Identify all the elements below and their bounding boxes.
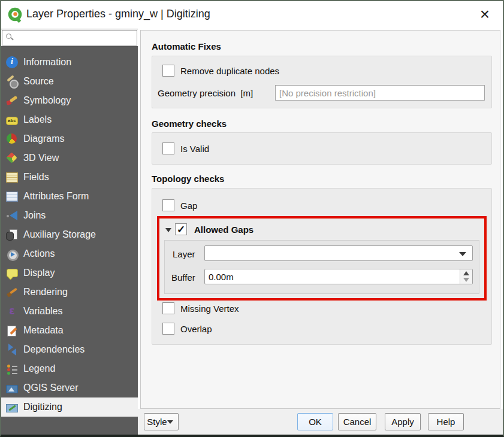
apply-button[interactable]: Apply: [385, 413, 421, 430]
dependencies-icon: [6, 344, 18, 356]
allowed-gaps-subframe: Layer Buffer: [164, 240, 479, 294]
overlap-label: Overlap: [180, 324, 212, 334]
information-icon: [6, 56, 18, 68]
buffer-spinbox: [204, 269, 473, 284]
digitizing-panel: Automatic Fixes Remove duplicate nodes G…: [140, 30, 500, 409]
digitizing-icon: [6, 404, 18, 412]
allowed-gaps-highlight: ✓ Allowed Gaps Layer Buffer: [157, 216, 487, 301]
geometry-checks-group: Is Valid: [152, 132, 492, 165]
qgis-server-icon: [6, 385, 18, 393]
sidebar-item-source[interactable]: Source: [1, 72, 138, 91]
remove-duplicate-nodes-checkbox[interactable]: [162, 65, 174, 77]
window-title: Layer Properties - gminy_w | Digitizing: [26, 8, 210, 20]
missing-vertex-checkbox[interactable]: [162, 302, 174, 314]
cancel-button[interactable]: Cancel: [338, 413, 376, 430]
sidebar-list: Information Source Symbology Labels Diag…: [1, 53, 138, 417]
actions-icon: [6, 248, 18, 260]
auxiliary-storage-icon: [6, 229, 18, 241]
gap-checkbox[interactable]: [162, 199, 174, 211]
close-icon[interactable]: ×: [475, 4, 494, 25]
spin-up-icon[interactable]: [460, 269, 472, 277]
gap-label: Gap: [180, 201, 197, 211]
symbology-icon: [6, 95, 18, 107]
layer-properties-dialog: Layer Properties - gminy_w | Digitizing …: [0, 0, 504, 437]
sidebar: Information Source Symbology Labels Diag…: [1, 29, 138, 435]
missing-vertex-label: Missing Vertex: [180, 304, 239, 314]
joins-icon: [6, 210, 18, 221]
automatic-fixes-group: Remove duplicate nodes Geometry precisio…: [152, 56, 492, 108]
sidebar-item-3d-view[interactable]: 3D View: [1, 148, 138, 168]
buffer-input[interactable]: [205, 269, 459, 284]
sidebar-item-fields[interactable]: Fields: [1, 168, 138, 187]
variables-icon: [6, 305, 18, 317]
sidebar-item-symbology[interactable]: Symbology: [1, 91, 138, 110]
remove-duplicate-nodes-label: Remove duplicate nodes: [180, 66, 279, 76]
layer-combobox[interactable]: [204, 245, 473, 261]
attributes-form-icon: [6, 192, 18, 202]
sidebar-item-dependencies[interactable]: Dependencies: [1, 340, 138, 359]
sidebar-item-auxiliary-storage[interactable]: Auxiliary Storage: [1, 225, 138, 244]
search-input[interactable]: [2, 30, 137, 45]
sidebar-item-diagrams[interactable]: Diagrams: [1, 129, 138, 148]
sidebar-item-variables[interactable]: Variables: [1, 302, 138, 321]
chevron-down-icon: [459, 252, 466, 256]
overlap-checkbox[interactable]: [162, 323, 174, 335]
sidebar-item-actions[interactable]: Actions: [1, 244, 138, 263]
allowed-gaps-checkbox[interactable]: ✓: [175, 223, 187, 235]
check-icon: ✓: [177, 224, 185, 235]
dialog-footer: Style OK Cancel Apply Help: [138, 409, 503, 435]
diagrams-icon: [6, 133, 18, 145]
geometry-checks-heading: Geometry checks: [152, 119, 227, 129]
sidebar-item-labels[interactable]: Labels: [1, 110, 138, 129]
source-icon: [6, 75, 18, 87]
rendering-icon: [6, 286, 18, 298]
topology-checks-heading: Topology checks: [152, 174, 224, 184]
is-valid-label: Is Valid: [180, 144, 209, 154]
is-valid-checkbox[interactable]: [162, 142, 174, 154]
sidebar-search: [1, 29, 138, 46]
sidebar-item-rendering[interactable]: Rendering: [1, 283, 138, 302]
automatic-fixes-heading: Automatic Fixes: [152, 41, 221, 51]
sidebar-item-digitizing[interactable]: Digitizing: [1, 397, 138, 417]
title-bar: Layer Properties - gminy_w | Digitizing …: [1, 1, 503, 29]
help-button[interactable]: Help: [428, 413, 464, 430]
sidebar-item-legend[interactable]: Legend: [1, 359, 138, 378]
fields-icon: [6, 172, 18, 183]
style-button[interactable]: Style: [144, 413, 179, 430]
legend-icon: [6, 363, 18, 375]
display-icon: [6, 267, 18, 279]
allowed-gaps-label: Allowed Gaps: [194, 224, 253, 235]
spin-down-icon[interactable]: [460, 277, 472, 284]
sidebar-item-metadata[interactable]: Metadata: [1, 321, 138, 340]
geometry-precision-label: Geometry precision [m]: [158, 88, 253, 98]
ok-button[interactable]: OK: [297, 413, 333, 430]
buffer-label: Buffer: [171, 272, 195, 283]
buffer-spin-buttons: [460, 269, 472, 284]
search-icon: [6, 34, 11, 39]
3d-view-icon: [6, 152, 18, 164]
sidebar-item-joins[interactable]: Joins: [1, 206, 138, 225]
layer-label: Layer: [173, 249, 195, 259]
qgis-logo-icon: [7, 7, 24, 23]
geometry-precision-input[interactable]: [275, 85, 485, 101]
labels-icon: [6, 117, 18, 125]
metadata-icon: [6, 324, 18, 336]
sidebar-item-qgis-server[interactable]: QGIS Server: [1, 378, 138, 397]
collapse-arrow-icon[interactable]: [165, 228, 171, 232]
topology-checks-group: Gap ✓ Allowed Gaps Layer Buffer: [152, 188, 492, 345]
sidebar-item-information[interactable]: Information: [1, 53, 138, 72]
chevron-down-icon: [167, 420, 173, 424]
sidebar-item-display[interactable]: Display: [1, 263, 138, 283]
sidebar-item-attributes-form[interactable]: Attributes Form: [1, 187, 138, 206]
